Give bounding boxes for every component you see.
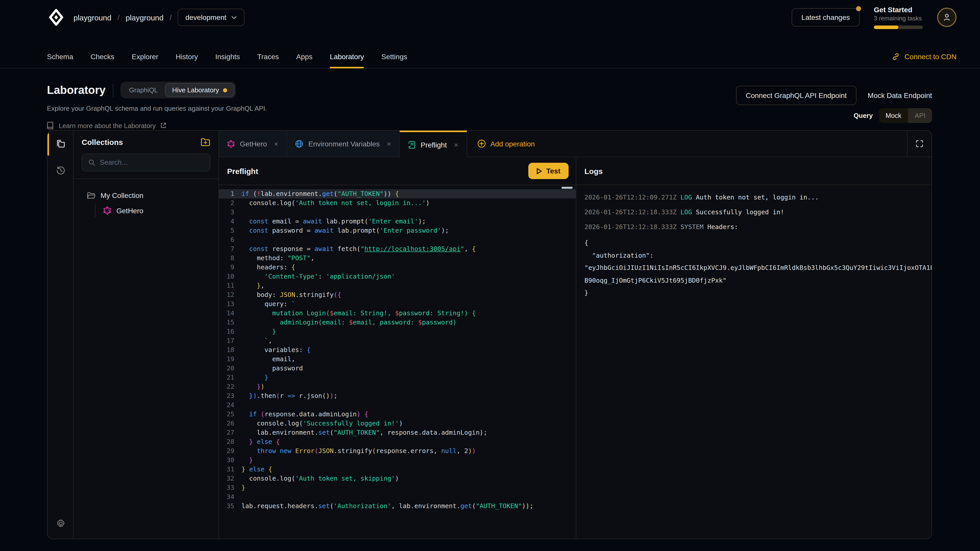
collections-search[interactable] [82, 154, 210, 171]
code-line[interactable]: 35lab.request.headers.set('Authorization… [219, 502, 576, 511]
mock-data-endpoint-button[interactable]: Mock Data Endpoint [868, 91, 932, 100]
code-line[interactable]: 19 email, [219, 354, 576, 364]
code-line[interactable]: 24 [219, 400, 576, 410]
operation-label: GetHero [116, 206, 143, 214]
nav-item-laboratory[interactable]: Laboratory [330, 45, 364, 68]
log-block-line: "authorization": [584, 249, 932, 262]
line-content: lab.request.headers.set('Authorization',… [242, 502, 533, 511]
hive-logo-icon[interactable] [47, 8, 65, 27]
nav-item-schema[interactable]: Schema [47, 45, 73, 68]
nav-item-checks[interactable]: Checks [91, 45, 115, 68]
code-line[interactable]: 2 console.log('Auth token not set, loggi… [219, 198, 576, 208]
add-operation-button[interactable]: Add operation [467, 130, 545, 157]
code-line[interactable]: 13 query: ` [219, 300, 576, 309]
nav-item-apps[interactable]: Apps [296, 45, 313, 68]
code-line[interactable]: 12 body: JSON.stringify({ [219, 290, 576, 300]
code-line[interactable]: 22 }) [219, 382, 576, 391]
get-started-widget[interactable]: Get Started 3 remaining tasks [874, 6, 923, 29]
line-number: 11 [219, 281, 242, 290]
close-icon[interactable]: × [454, 141, 458, 149]
learn-more-link[interactable]: Learn more about the Laboratory [47, 121, 267, 130]
code-line[interactable]: 17 `, [219, 336, 576, 345]
tab-environment-variables[interactable]: Environment Variables × [287, 130, 400, 157]
line-number: 27 [219, 428, 242, 437]
line-content: } else { [242, 437, 280, 446]
add-collection-icon[interactable] [200, 138, 210, 146]
environment-selector[interactable]: development [178, 9, 245, 26]
nav-item-insights[interactable]: Insights [215, 45, 240, 68]
code-line[interactable]: 9 headers: { [219, 263, 576, 272]
code-line[interactable]: 4 const email = await lab.prompt('Enter … [219, 217, 576, 226]
line-number: 9 [219, 263, 242, 272]
query-mode-mock[interactable]: Mock [879, 108, 908, 123]
code-line[interactable]: 18 variables: { [219, 345, 576, 354]
breadcrumb-project[interactable]: playground [126, 13, 163, 22]
collection-folder-my-collection[interactable]: My Collection [73, 188, 218, 203]
tab-gethero[interactable]: GetHero × [219, 130, 287, 157]
code-line[interactable]: 6 [219, 235, 576, 245]
user-avatar[interactable] [937, 8, 956, 27]
line-number: 10 [219, 272, 242, 281]
graphql-icon [103, 206, 111, 215]
code-editor[interactable]: 1if (!lab.environment.get("AUTH_TOKEN"))… [219, 185, 576, 539]
collections-title: Collections [82, 138, 123, 146]
breadcrumb-org[interactable]: playground [73, 13, 111, 22]
code-line[interactable]: 30 } [219, 456, 576, 465]
code-line[interactable]: 10 'Content-Type': 'application/json' [219, 272, 576, 281]
close-icon[interactable]: × [274, 140, 278, 148]
code-line[interactable]: 26 console.log('Successfully logged in!'… [219, 419, 576, 428]
connect-graphql-api-endpoint-button[interactable]: Connect GraphQL API Endpoint [736, 86, 856, 105]
code-line[interactable]: 5 const password = await lab.prompt('Ent… [219, 226, 576, 235]
collections-rail-button[interactable] [48, 130, 73, 157]
connect-to-cdn-link[interactable]: Connect to CDN [892, 52, 956, 60]
log-entry: 2026-01-26T12:12:09.271Z LOG Auth token … [584, 192, 932, 202]
scrollbar-thumb[interactable] [562, 187, 573, 189]
code-line[interactable]: 27 lab.environment.set("AUTH_TOKEN", res… [219, 428, 576, 437]
nav-item-settings[interactable]: Settings [381, 45, 407, 68]
tab-label: Environment Variables [308, 140, 380, 148]
nav-item-history[interactable]: History [176, 45, 198, 68]
log-entry: 2026-01-26T12:12:18.333Z LOG Successfull… [584, 207, 932, 217]
code-line[interactable]: 14 mutation Login($email: String!, $pass… [219, 309, 576, 318]
code-line[interactable]: 33} [219, 483, 576, 492]
script-icon [408, 141, 415, 149]
line-content: const response = await fetch("http://loc… [242, 245, 476, 254]
code-line[interactable]: 34 [219, 492, 576, 502]
fullscreen-button[interactable] [907, 130, 932, 157]
line-number: 25 [219, 410, 242, 419]
nav-item-traces[interactable]: Traces [257, 45, 279, 68]
code-line[interactable]: 28 } else { [219, 437, 576, 446]
code-line[interactable]: 15 adminLogin(email: $email, password: $… [219, 318, 576, 327]
code-line[interactable]: 1if (!lab.environment.get("AUTH_TOKEN"))… [219, 189, 576, 198]
test-button[interactable]: Test [528, 163, 569, 179]
latest-changes-button[interactable]: Latest changes [792, 8, 859, 27]
get-started-subtitle: 3 remaining tasks [874, 15, 923, 22]
code-line[interactable]: 16 } [219, 327, 576, 336]
line-number: 4 [219, 217, 242, 226]
nav-item-explorer[interactable]: Explorer [132, 45, 158, 68]
tab-preflight[interactable]: Preflight × [400, 130, 467, 157]
settings-rail-button[interactable] [48, 513, 73, 534]
log-entries[interactable]: 2026-01-26T12:12:09.271Z LOG Auth token … [576, 185, 932, 539]
line-number: 3 [219, 208, 242, 217]
code-line[interactable]: 32 console.log('Auth token set, skipping… [219, 474, 576, 483]
code-line[interactable]: 3 [219, 208, 576, 217]
code-line[interactable]: 11 }, [219, 281, 576, 290]
code-line[interactable]: 23 }).then(r => r.json()); [219, 391, 576, 400]
query-mode-toggle: Mock API [879, 108, 932, 123]
code-line[interactable]: 7 const response = await fetch("http://l… [219, 245, 576, 254]
code-line[interactable]: 25 if (response.data.adminLogin) { [219, 410, 576, 419]
line-content: const email = await lab.prompt('Enter em… [242, 217, 426, 226]
close-icon[interactable]: × [387, 140, 391, 148]
history-rail-button[interactable] [48, 157, 73, 184]
view-toggle-hive-laboratory[interactable]: Hive Laboratory [165, 83, 234, 97]
code-line[interactable]: 31} else { [219, 465, 576, 474]
code-line[interactable]: 20 password [219, 364, 576, 373]
query-mode-api[interactable]: API [908, 108, 932, 123]
code-line[interactable]: 29 throw new Error(JSON.stringify(respon… [219, 446, 576, 456]
code-line[interactable]: 21 } [219, 373, 576, 382]
collections-search-input[interactable] [100, 159, 204, 166]
code-line[interactable]: 8 method: "POST", [219, 254, 576, 263]
learn-more-label: Learn more about the Laboratory [59, 122, 156, 129]
view-toggle-graphiql[interactable]: GraphiQL [122, 83, 165, 97]
